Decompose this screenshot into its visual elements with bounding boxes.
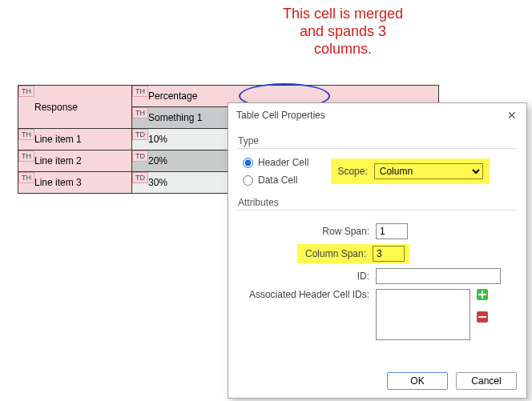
row-val: 30% [148, 177, 167, 188]
ok-button[interactable]: OK [387, 372, 448, 390]
data-cell-label: Data Cell [258, 174, 297, 186]
tag-th: TH [18, 129, 34, 140]
attributes-group-label: Attributes [238, 197, 517, 208]
header-cell-radio[interactable]: Header Cell [243, 157, 308, 168]
tag-td: TD [132, 150, 148, 162]
th-line2[interactable]: TH Line item 2 [18, 150, 132, 172]
row-item: Line item 1 [34, 134, 82, 145]
th-percentage-label: Percentage [148, 90, 197, 102]
td-line1-val[interactable]: TD 10% [132, 129, 240, 150]
plus-icon[interactable] [477, 289, 488, 300]
row-item: Line item 3 [34, 177, 82, 188]
rowspan-input[interactable] [376, 223, 408, 239]
th-something1-label: Something 1 [148, 112, 202, 123]
id-input[interactable] [376, 268, 501, 284]
th-response-label: Response [34, 102, 78, 113]
id-label: ID: [243, 271, 376, 282]
assoc-label: Associated Header Cell IDs: [243, 289, 376, 300]
rowspan-label: Row Span: [243, 226, 376, 237]
table-cell-properties-dialog: Table Cell Properties ✕ Type Header Cell… [228, 102, 527, 399]
row-val: 10% [148, 134, 167, 145]
th-something1[interactable]: TH Something 1 [132, 107, 240, 129]
assoc-textarea[interactable] [376, 289, 470, 340]
scope-label: Scope: [337, 166, 367, 177]
dialog-titlebar: Table Cell Properties ✕ [228, 103, 526, 127]
scope-field: Scope: Column [331, 158, 489, 184]
data-cell-radio-input[interactable] [243, 175, 253, 186]
th-line3[interactable]: TH Line item 3 [18, 172, 132, 194]
colspan-input[interactable] [373, 246, 405, 262]
tag-th: TH [18, 86, 34, 97]
tag-th: TH [18, 150, 34, 162]
type-group-label: Type [238, 135, 517, 146]
tag-th: TH [132, 107, 148, 118]
tag-th: TH [18, 172, 34, 183]
annotation-text: This cell is merged and spands 3 columns… [271, 5, 415, 58]
tag-td: TD [132, 129, 148, 140]
close-icon[interactable]: ✕ [504, 108, 520, 122]
row-val: 20% [148, 155, 167, 166]
th-line1[interactable]: TH Line item 1 [18, 129, 132, 150]
minus-icon[interactable] [477, 311, 488, 323]
td-line3-val[interactable]: TD 30% [132, 172, 240, 194]
cancel-button[interactable]: Cancel [456, 372, 517, 390]
td-line2-val[interactable]: TD 20% [132, 150, 240, 172]
header-cell-label: Header Cell [258, 157, 308, 168]
header-cell-radio-input[interactable] [243, 158, 253, 168]
tag-th: TH [132, 86, 148, 97]
dialog-title: Table Cell Properties [236, 110, 325, 121]
colspan-label: Column Span: [305, 248, 373, 259]
th-response[interactable]: TH Response [18, 86, 132, 129]
scope-select[interactable]: Column [374, 163, 483, 179]
tag-td: TD [132, 172, 148, 183]
row-item: Line item 2 [34, 155, 82, 166]
data-cell-radio[interactable]: Data Cell [243, 174, 308, 186]
